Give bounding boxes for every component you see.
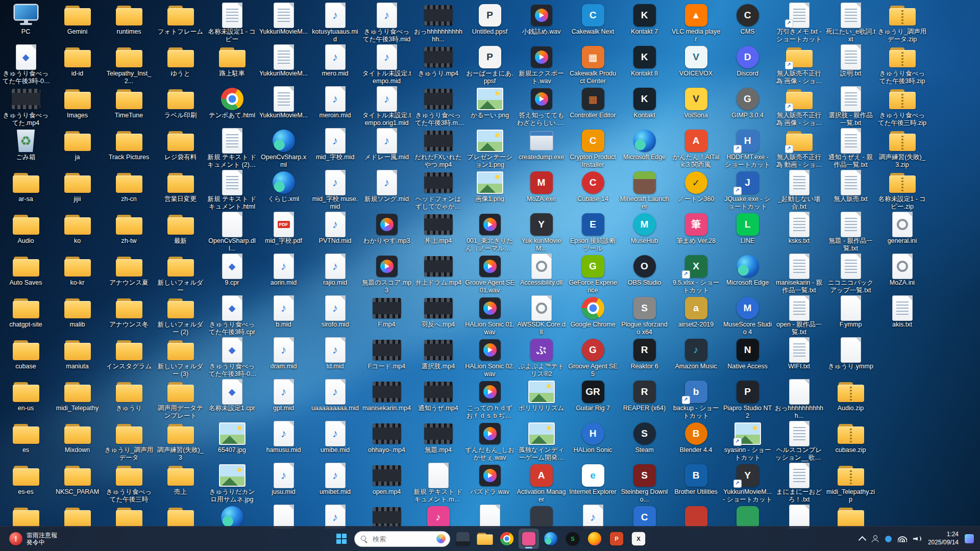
desktop-icon[interactable]: Microsoft Edge bbox=[619, 128, 670, 169]
desktop-icon[interactable]: 丼上.mp4 bbox=[412, 211, 464, 253]
desktop-icon[interactable]: GGeForce Experience bbox=[567, 253, 619, 295]
desktop-icon[interactable]: BBlender 4.4 bbox=[670, 420, 722, 462]
desktop-icon[interactable]: id-id bbox=[52, 44, 103, 86]
desktop-icon[interactable]: Telepathy_Inst_2... bbox=[103, 44, 155, 86]
desktop-icon[interactable]: 選択肢.mp4 bbox=[412, 337, 464, 379]
desktop-icon[interactable]: 画像1.png bbox=[464, 169, 516, 211]
desktop-icon[interactable]: きゅうり食べってた午後3時.mp4 bbox=[412, 86, 464, 128]
desktop-icon[interactable]: ♪メドレー風.mid bbox=[361, 128, 412, 169]
desktop-icon[interactable]: CCrypton Product Installer bbox=[567, 128, 619, 169]
desktop-icon[interactable]: ♪meroin.mid bbox=[309, 86, 361, 128]
desktop-icon[interactable]: 無題のスコア.mp3 bbox=[361, 253, 412, 295]
desktop-icon[interactable]: ♪umibet.mid bbox=[309, 462, 361, 504]
desktop-icon[interactable]: ニコニコバックアップ一覧.txt bbox=[825, 253, 876, 295]
taskbar-app-paint-app[interactable] bbox=[519, 529, 539, 549]
desktop-icon[interactable]: ar-sa bbox=[0, 169, 52, 211]
desktop-icon[interactable]: HALion Sonic 01.wav bbox=[464, 295, 516, 337]
desktop-icon[interactable]: Pおーばーまにあ.ppsf bbox=[464, 44, 516, 86]
desktop-icon[interactable] bbox=[0, 504, 52, 529]
desktop-icon[interactable]: 新規エクスポート.wav bbox=[516, 44, 567, 86]
desktop-icon[interactable] bbox=[258, 504, 309, 529]
desktop-icon[interactable]: cubase.zip bbox=[825, 420, 876, 462]
desktop-icon[interactable]: ♪hamusu.mid bbox=[258, 420, 309, 462]
desktop-icon[interactable]: 名称未設定1 - コピー bbox=[206, 2, 258, 44]
desktop-icon[interactable]: YukkuriMovieM... bbox=[258, 44, 309, 86]
desktop-icon[interactable]: aairset2-2019 bbox=[670, 295, 722, 337]
desktop-icon[interactable]: プレゼンテーション1.png bbox=[464, 128, 516, 169]
desktop-icon[interactable]: ▲VLC media player bbox=[670, 2, 722, 44]
desktop-icon[interactable]: b↗backup - ショートカット bbox=[670, 379, 722, 420]
desktop-icon[interactable]: Groove Agent SE 01.wav bbox=[464, 253, 516, 295]
desktop-icon[interactable]: 筆筆まめ Ver.28 bbox=[670, 211, 722, 253]
desktop-icon[interactable]: HHALion Sonic bbox=[567, 420, 619, 462]
desktop-icon[interactable]: 新しいフォルダー bbox=[155, 253, 206, 295]
desktop-icon[interactable]: PDFmid_字校.pdf bbox=[258, 211, 309, 253]
volume-icon[interactable] bbox=[913, 536, 922, 542]
desktop-icon[interactable]: HALion Sonic 02.wav bbox=[464, 337, 516, 379]
clock[interactable]: 1:24 2025/09/14 bbox=[928, 531, 959, 546]
desktop-icon[interactable]: ヘルスコンプレッション__歌詞.txt bbox=[773, 420, 825, 462]
desktop-icon[interactable]: ◆名称未設定1.cpr bbox=[206, 379, 258, 420]
desktop-icon[interactable]: きゅうり食べってた午後3時.zip bbox=[876, 44, 928, 86]
desktop-icon[interactable] bbox=[516, 504, 567, 529]
desktop-icon[interactable]: ↗無人販売不正行為 画像 - ショートカット bbox=[773, 86, 825, 128]
desktop-icon[interactable]: Minecraft Launcher bbox=[619, 169, 670, 211]
taskbar-app-display-app[interactable] bbox=[453, 529, 473, 549]
desktop-icon[interactable]: J↗JQuake.exe - ショートカット bbox=[722, 169, 773, 211]
desktop-icon[interactable]: AWSSDK.Core.dll bbox=[516, 295, 567, 337]
desktop-icon[interactable]: 65407.jpg bbox=[206, 420, 258, 462]
desktop-icon[interactable]: まにまにーおどろ！.txt bbox=[773, 462, 825, 504]
desktop-icon[interactable]: 新しいフォルダー (2) bbox=[155, 295, 206, 337]
desktop-icon[interactable]: VVoiSona bbox=[670, 86, 722, 128]
desktop-icon[interactable]: 路上駐車 bbox=[206, 44, 258, 86]
taskbar-app-x-app[interactable]: X bbox=[628, 529, 649, 549]
desktop-icon[interactable]: EEpson 接続診断ツール bbox=[567, 211, 619, 253]
desktop-icon[interactable]: ◆きゅうり食べってた午後3時-02.cpr bbox=[206, 337, 258, 379]
desktop-icon[interactable]: ポリリリリズム bbox=[516, 379, 567, 420]
desktop-icon[interactable]: zh-tw bbox=[103, 211, 155, 253]
desktop-icon[interactable]: ぷぷよぷよ™テトリス®2 bbox=[516, 337, 567, 379]
desktop-icon[interactable]: ♪umibe.mid bbox=[309, 420, 361, 462]
desktop-icon[interactable]: ▦Cakewalk Product Center bbox=[567, 44, 619, 86]
desktop-icon[interactable]: KKontakt 7 bbox=[619, 2, 670, 44]
desktop-icon[interactable]: 調声練習(失敗)_3 bbox=[155, 420, 206, 462]
desktop-icon[interactable] bbox=[464, 504, 516, 529]
notification-icon[interactable] bbox=[965, 534, 974, 543]
desktop-icon[interactable] bbox=[361, 504, 412, 529]
tray-blue-status-icon[interactable] bbox=[885, 536, 892, 542]
tray-person-icon[interactable] bbox=[871, 535, 879, 542]
desktop-icon[interactable]: テンポあて.html bbox=[206, 86, 258, 128]
desktop-icon[interactable]: こってのｈｄずおｆｄｓｂぢお.wav bbox=[464, 379, 516, 420]
desktop-icon[interactable]: runtimes bbox=[103, 2, 155, 44]
desktop-icon[interactable]: くらじ.xml bbox=[258, 169, 309, 211]
desktop-icon[interactable]: 無題 - 親作品一覧.txt bbox=[825, 211, 876, 253]
desktop-icon[interactable]: Gemini bbox=[52, 2, 103, 44]
desktop-icon[interactable]: Google Chrome bbox=[567, 295, 619, 337]
desktop-icon[interactable]: Track Pictures bbox=[103, 128, 155, 169]
desktop-icon[interactable]: KKontakt bbox=[619, 86, 670, 128]
desktop-icon[interactable]: 名称未設定1 - コピー.zip bbox=[876, 169, 928, 211]
wifi-icon[interactable] bbox=[898, 536, 907, 542]
desktop-icon[interactable]: chatgpt-site bbox=[0, 295, 52, 337]
desktop-icon[interactable]: 最新 bbox=[155, 211, 206, 253]
desktop-icon[interactable]: ♪ bbox=[412, 504, 464, 529]
desktop-icon[interactable]: KKontakt 8 bbox=[619, 44, 670, 86]
desktop-icon[interactable]: きゅうりだカンロ用サムネ.jpg bbox=[206, 462, 258, 504]
desktop-icon[interactable]: 通知うぜえ - 親作品一覧.txt bbox=[825, 128, 876, 169]
desktop-icon[interactable]: 小銭詰め.wav bbox=[516, 2, 567, 44]
desktop-icon[interactable]: ▦Controller Editor bbox=[567, 86, 619, 128]
desktop-icon[interactable]: ♪Amazon Music bbox=[670, 337, 722, 379]
desktop-icon[interactable]: Audio bbox=[0, 211, 52, 253]
desktop-icon[interactable]: ♪td.mid bbox=[309, 337, 361, 379]
desktop-icon[interactable]: ohhayo-.mp4 bbox=[361, 420, 412, 462]
desktop-icon[interactable]: MMuseHub bbox=[619, 211, 670, 253]
desktop-icon[interactable]: GGroove Agent SE 5 bbox=[567, 337, 619, 379]
desktop-icon[interactable]: OpenCvSharp.dll... bbox=[206, 211, 258, 253]
desktop-icon[interactable]: 羽反へ.mp4 bbox=[412, 295, 464, 337]
desktop-icon[interactable]: manisekarin.mp4 bbox=[361, 379, 412, 420]
desktop-icon[interactable]: ♪きゅうり食べってた午後3時.mid bbox=[361, 2, 412, 44]
taskbar-app-powerpoint[interactable]: P bbox=[606, 529, 627, 549]
desktop-icon[interactable]: YYuk kuriMovieM... bbox=[516, 211, 567, 253]
desktop-icon[interactable]: SPlogue sforzando x64 bbox=[619, 295, 670, 337]
desktop-icon[interactable]: アナウンス冬 bbox=[103, 295, 155, 337]
